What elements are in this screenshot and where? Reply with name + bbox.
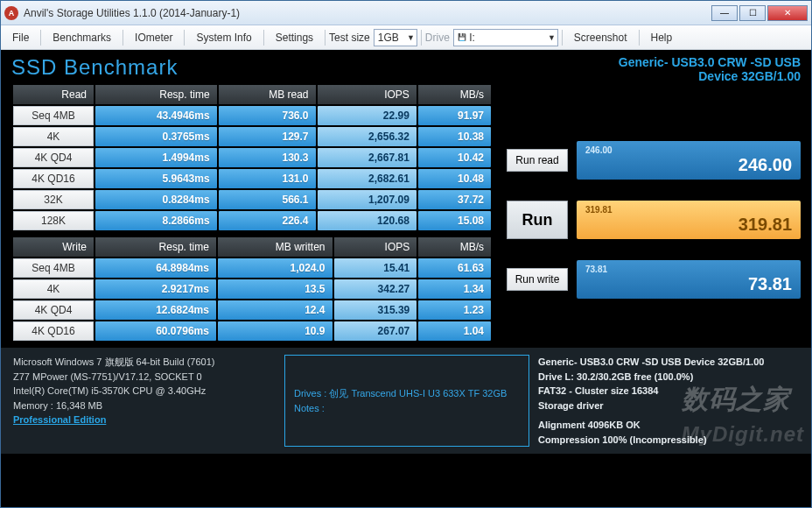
read-header-mbs: MB/s: [418, 85, 491, 104]
table-row: 4K0.3765ms129.72,656.3210.38: [13, 127, 491, 146]
app-icon: A: [4, 6, 18, 20]
write-row-name: 4K: [13, 279, 94, 299]
write-row-name: Seq 4MB: [13, 258, 94, 278]
write-mbs: 1.34: [418, 279, 491, 299]
drive-select[interactable]: 💾 I:▼: [453, 29, 558, 46]
read-mbs: 10.48: [418, 169, 491, 188]
drives-value: 创见 Transcend UHS-I U3 633X TF 32GB: [329, 388, 507, 399]
read-mbs: 15.08: [418, 211, 491, 230]
read-resp: 5.9643ms: [95, 169, 217, 188]
write-mbs: 1.23: [418, 300, 491, 320]
menu-screenshot[interactable]: Screenshot: [566, 29, 635, 46]
read-row-name: 128K: [13, 211, 94, 230]
write-header-name: Write: [13, 237, 94, 257]
write-row-name: 4K QD16: [13, 321, 94, 341]
write-iops: 315.39: [334, 300, 417, 320]
write-mb: 12.4: [218, 300, 332, 320]
read-mbs: 10.42: [418, 148, 491, 167]
sys-cpu: Intel(R) Core(TM) i5-3570K CPU @ 3.40GHz: [13, 384, 276, 399]
menu-system-info[interactable]: System Info: [188, 29, 259, 46]
read-header-resp: Resp. time: [95, 85, 217, 104]
read-score: 246.00 246.00: [577, 141, 801, 180]
content-area: SSD Benchmark Generic- USB3.0 CRW -SD US…: [1, 50, 811, 507]
table-row: 128K8.2866ms226.4120.6815.08: [13, 211, 491, 230]
read-mb: 566.1: [219, 190, 316, 209]
read-header-mb: MB read: [219, 85, 316, 104]
table-row: Seq 4MB64.8984ms1,024.015.4161.63: [13, 258, 491, 278]
read-mb: 226.4: [219, 211, 316, 230]
menubar: File Benchmarks IOmeter System Info Sett…: [1, 25, 811, 50]
read-header-iops: IOPS: [318, 85, 416, 104]
run-write-button[interactable]: Run write: [507, 268, 568, 291]
read-row-name: 4K QD4: [13, 148, 94, 167]
write-score: 73.81 73.81: [577, 260, 801, 299]
read-row-name: Seq 4MB: [13, 106, 94, 125]
window-title: Anvil's Storage Utilities 1.1.0 (2014-Ja…: [24, 7, 711, 19]
read-iops: 2,667.81: [318, 148, 416, 167]
read-mbs: 37.72: [418, 190, 491, 209]
read-mb: 130.3: [219, 148, 316, 167]
titlebar[interactable]: A Anvil's Storage Utilities 1.1.0 (2014-…: [1, 1, 811, 25]
write-resp: 64.8984ms: [95, 258, 216, 278]
page-title: SSD Benchmark: [11, 55, 178, 80]
run-read-button[interactable]: Run read: [507, 149, 568, 172]
test-size-label: Test size: [329, 32, 370, 44]
write-mb: 10.9: [218, 321, 332, 341]
sys-mb: Z77 MPower (MS-7751)/V17.12, SOCKET 0: [13, 370, 276, 385]
menu-benchmarks[interactable]: Benchmarks: [45, 29, 119, 46]
read-resp: 8.2866ms: [95, 211, 217, 230]
close-button[interactable]: ✕: [767, 5, 808, 21]
read-mb: 131.0: [219, 169, 316, 188]
drive-label: Drive: [425, 32, 450, 44]
read-mbs: 10.38: [418, 127, 491, 146]
info-fs: FAT32 - Cluster size 16384: [538, 384, 799, 399]
notes-label: Notes :: [294, 401, 520, 416]
table-row: 4K QD1660.0796ms10.9267.071.04: [13, 321, 491, 341]
read-mb: 736.0: [219, 106, 316, 125]
read-header-name: Read: [13, 85, 94, 104]
app-window: A Anvil's Storage Utilities 1.1.0 (2014-…: [0, 0, 812, 508]
read-iops: 1,207.09: [318, 190, 416, 209]
read-mbs: 91.97: [418, 106, 491, 125]
write-header-iops: IOPS: [334, 237, 417, 257]
write-resp: 12.6824ms: [95, 300, 216, 320]
write-resp: 60.0796ms: [95, 321, 216, 341]
read-resp: 43.4946ms: [95, 106, 217, 125]
drives-label: Drives :: [294, 388, 326, 399]
write-iops: 267.07: [334, 321, 417, 341]
read-iops: 2,656.32: [318, 127, 416, 146]
info-align: Alignment 4096KB OK: [538, 418, 799, 433]
write-mb: 13.5: [218, 279, 332, 299]
edition-link[interactable]: Professional Edition: [13, 413, 276, 427]
read-resp: 0.8284ms: [95, 190, 217, 209]
menu-iometer[interactable]: IOmeter: [127, 29, 180, 46]
read-row-name: 4K QD16: [13, 169, 94, 188]
read-resp: 1.4994ms: [95, 148, 217, 167]
device-info: Generic- USB3.0 CRW -SD USB Device 32GB/…: [619, 55, 801, 83]
read-iops: 2,682.61: [318, 169, 416, 188]
write-mb: 1,024.0: [218, 258, 332, 278]
write-iops: 342.27: [334, 279, 417, 299]
read-table: Read Resp. time MB read IOPS MB/s Seq 4M…: [11, 83, 493, 232]
total-score: 319.81 319.81: [577, 201, 801, 239]
table-row: 4K QD412.6824ms12.4315.391.23: [13, 300, 491, 320]
table-row: 32K0.8284ms566.11,207.0937.72: [13, 190, 491, 209]
footer: Microsoft Windows 7 旗舰版 64-bit Build (76…: [1, 348, 811, 454]
write-mbs: 61.63: [418, 258, 491, 278]
minimize-button[interactable]: —: [711, 5, 738, 21]
menu-file[interactable]: File: [4, 29, 37, 46]
table-row: 4K QD165.9643ms131.02,682.6110.48: [13, 169, 491, 188]
write-mbs: 1.04: [418, 321, 491, 341]
info-device: Generic- USB3.0 CRW -SD USB Device 32GB/…: [538, 355, 799, 370]
read-iops: 22.99: [318, 106, 416, 125]
write-table: Write Resp. time MB written IOPS MB/s Se…: [11, 236, 493, 342]
info-free: Drive L: 30.2/30.2GB free (100.0%): [538, 370, 799, 385]
maximize-button[interactable]: ☐: [739, 5, 766, 21]
write-row-name: 4K QD4: [13, 300, 94, 320]
menu-help[interactable]: Help: [643, 29, 681, 46]
menu-settings[interactable]: Settings: [268, 29, 321, 46]
write-header-mbs: MB/s: [418, 237, 491, 257]
write-resp: 2.9217ms: [95, 279, 216, 299]
test-size-select[interactable]: 1GB▼: [374, 29, 417, 46]
run-button[interactable]: Run: [507, 201, 568, 239]
